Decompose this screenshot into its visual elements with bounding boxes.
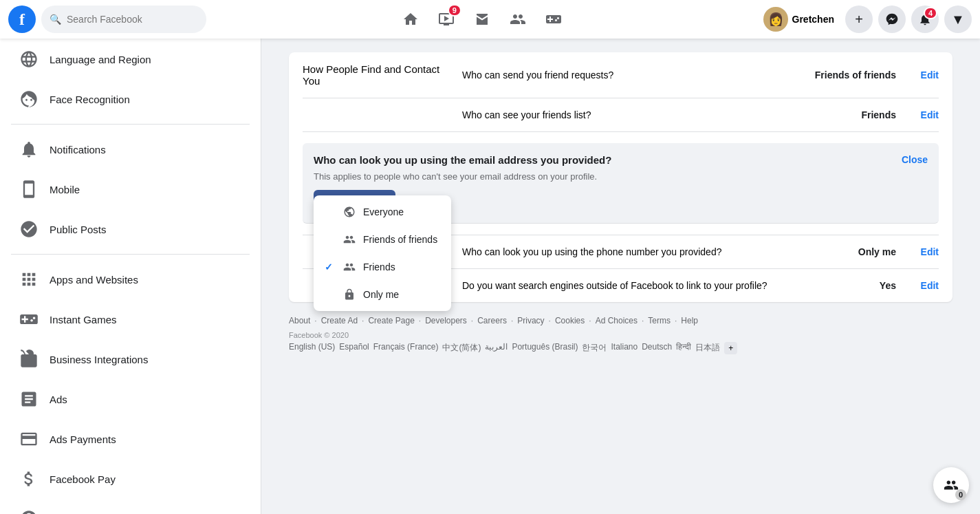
sidebar-label-language-region: Language and Region — [50, 54, 151, 65]
footer-lang-7[interactable]: Italiano — [611, 342, 638, 354]
friend-requests-row: How People Find and Contact You Who can … — [303, 52, 939, 98]
business-integrations-icon — [17, 347, 41, 372]
search-input[interactable] — [67, 14, 198, 25]
only-me-label: Only me — [363, 289, 399, 300]
search-icon: 🔍 — [50, 14, 61, 25]
friends-list-question: Who can see your friends list? — [462, 109, 778, 120]
sidebar-item-support-inbox[interactable]: Support Inbox — [6, 500, 255, 514]
search-engines-edit: Edit — [904, 280, 939, 291]
email-lookup-expanded-section: Who can look you up using the email addr… — [303, 132, 939, 235]
search-bar[interactable]: 🔍 — [41, 6, 206, 33]
mobile-icon — [17, 177, 41, 202]
sidebar-item-ads[interactable]: Ads — [6, 380, 255, 418]
apps-websites-icon — [17, 267, 41, 292]
nav-center-icons: 9 — [206, 3, 758, 36]
footer-link-create-page[interactable]: Create Page — [368, 316, 414, 325]
messenger-button[interactable] — [878, 6, 906, 33]
settings-card: How People Find and Contact You Who can … — [289, 52, 952, 302]
footer-link-ad-choices[interactable]: Ad Choices — [596, 316, 638, 325]
profile-button[interactable]: 👩 Gretchen — [758, 4, 840, 34]
footer-add-language-button[interactable]: + — [724, 342, 737, 354]
dropdown-item-everyone[interactable]: Everyone — [314, 198, 451, 226]
groups-nav-button[interactable] — [501, 3, 534, 36]
notifications-button[interactable]: 4 — [911, 6, 939, 33]
footer-link-help[interactable]: Help — [681, 316, 698, 325]
footer-lang-8[interactable]: Deutsch — [642, 342, 672, 354]
phone-lookup-edit-link[interactable]: Edit — [921, 246, 939, 257]
friends-dropdown-wrapper: Friends Everyone — [314, 190, 395, 212]
footer-link-developers[interactable]: Developers — [425, 316, 467, 325]
friends-list-edit-link[interactable]: Edit — [921, 109, 939, 120]
sidebar-item-apps-websites[interactable]: Apps and Websites — [6, 260, 255, 299]
footer-lang-0[interactable]: English (US) — [289, 342, 335, 354]
footer-lang-1[interactable]: Español — [339, 342, 369, 354]
footer-link-cookies[interactable]: Cookies — [555, 316, 585, 325]
footer-link-terms[interactable]: Terms — [648, 316, 671, 325]
sidebar-item-instant-games[interactable]: Instant Games — [6, 300, 255, 339]
more-button[interactable]: ▼ — [944, 6, 972, 33]
footer-lang-9[interactable]: हिन्दी — [676, 342, 691, 354]
people-bottom-button[interactable]: 0 — [933, 467, 969, 503]
sidebar-label-business-integrations: Business Integrations — [50, 354, 148, 365]
footer-lang-10[interactable]: 日本語 — [695, 342, 720, 354]
sidebar-item-face-recognition[interactable]: Face Recognition — [6, 80, 255, 118]
ads-payments-icon — [17, 427, 41, 451]
friends-dropdown-label: Friends — [363, 261, 395, 272]
language-icon — [17, 47, 41, 72]
sidebar-item-language-region[interactable]: Language and Region — [6, 40, 255, 78]
footer-link-create-ad[interactable]: Create Ad — [321, 316, 358, 325]
marketplace-nav-button[interactable] — [466, 3, 499, 36]
facebook-logo[interactable]: f — [8, 6, 36, 33]
find-contact-section: How People Find and Contact You Who can … — [289, 52, 952, 302]
footer-lang-3[interactable]: 中文(简体) — [442, 342, 481, 354]
sidebar-label-notifications: Notifications — [50, 144, 106, 156]
search-engines-question: Do you want search engines outside of Fa… — [462, 280, 778, 291]
dropdown-item-only-me[interactable]: Only me — [314, 281, 451, 308]
footer-link-about[interactable]: About — [289, 316, 310, 325]
page-layout: Language and Region Face Recognition Not… — [0, 39, 980, 514]
sidebar-label-ads-payments: Ads Payments — [50, 433, 116, 445]
friend-requests-value: Friends of friends — [786, 69, 896, 81]
sidebar-label-facebook-pay: Facebook Pay — [50, 473, 116, 485]
friends-check: ✓ — [325, 261, 336, 272]
sidebar-label-apps-websites: Apps and Websites — [50, 274, 138, 286]
footer-lang-6[interactable]: 한국어 — [582, 342, 607, 354]
email-lookup-close-link[interactable]: Close — [902, 154, 928, 165]
email-lookup-expanded-row: Who can look you up using the email addr… — [303, 143, 939, 224]
friend-requests-question: Who can send you friend requests? — [462, 69, 778, 81]
sidebar-item-ads-payments[interactable]: Ads Payments — [6, 420, 255, 458]
dropdown-item-friends-of-friends[interactable]: Friends of friends — [314, 226, 451, 253]
sidebar-item-facebook-pay[interactable]: Facebook Pay — [6, 460, 255, 498]
sidebar-item-public-posts[interactable]: Public Posts — [6, 210, 255, 248]
watch-nav-button[interactable]: 9 — [430, 3, 463, 36]
sidebar-divider-2 — [11, 254, 250, 255]
user-name: Gretchen — [792, 14, 834, 25]
friend-requests-edit-link[interactable]: Edit — [921, 69, 939, 81]
footer-lang-4[interactable]: العربية — [485, 342, 508, 354]
top-navigation: f 🔍 9 👩 Gretchen + — [0, 0, 980, 39]
email-lookup-description: This applies to people who can't see you… — [314, 171, 928, 182]
gaming-nav-button[interactable] — [537, 3, 570, 36]
dropdown-item-friends[interactable]: ✓ Friends — [314, 253, 451, 281]
facebook-pay-icon — [17, 467, 41, 491]
create-button[interactable]: + — [845, 6, 873, 33]
dropdown-menu: Everyone Friends of friends — [314, 195, 451, 311]
friends-of-friends-icon — [342, 233, 356, 246]
sidebar-divider-1 — [11, 124, 250, 125]
friends-list-value: Friends — [786, 109, 896, 120]
footer-lang-5[interactable]: Português (Brasil) — [512, 342, 578, 354]
lock-icon — [342, 288, 356, 301]
footer-link-careers[interactable]: Careers — [477, 316, 507, 325]
public-posts-icon — [17, 217, 41, 242]
sidebar-item-notifications[interactable]: Notifications — [6, 130, 255, 169]
phone-lookup-question: Who can look you up using the phone numb… — [462, 246, 778, 257]
search-engines-edit-link[interactable]: Edit — [921, 280, 939, 291]
footer-lang-2[interactable]: Français (France) — [373, 342, 439, 354]
search-engines-value: Yes — [786, 280, 896, 291]
footer-link-privacy[interactable]: Privacy — [517, 316, 544, 325]
sidebar-item-mobile[interactable]: Mobile — [6, 170, 255, 208]
home-nav-button[interactable] — [394, 3, 427, 36]
sidebar-item-business-integrations[interactable]: Business Integrations — [6, 340, 255, 378]
footer-links-row: About · Create Ad · Create Page · Develo… — [289, 316, 952, 325]
friends-list-row: Who can see your friends list? Friends E… — [303, 98, 939, 132]
